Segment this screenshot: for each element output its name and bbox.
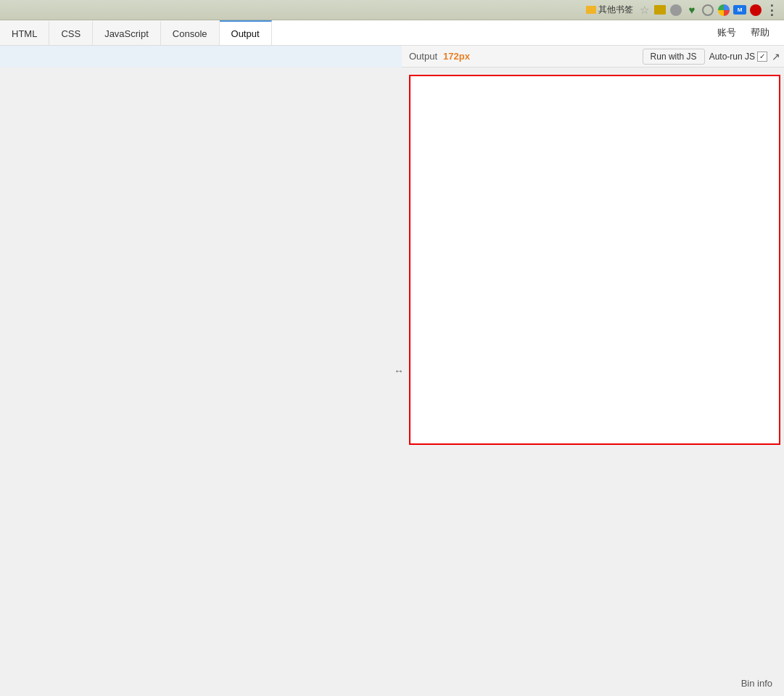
help-link[interactable]: 帮助 [745,23,775,42]
editor-panel: ↔ [0,46,402,696]
more-menu-icon[interactable]: ⋮ [765,4,778,17]
output-actions: Run with JS Auto-run JS ✓ ↗ [643,49,780,65]
tab-javascript[interactable]: JavaScript [93,20,161,45]
output-frame [402,67,784,696]
tab-html[interactable]: HTML [0,20,49,45]
other-bookmarks[interactable]: 其他书签 [586,4,633,16]
bin-info-text: Bin info [741,678,772,689]
resize-handle[interactable]: ↔ [396,46,402,696]
expand-icon[interactable]: ↗ [772,51,780,62]
run-with-js-button[interactable]: Run with JS [643,49,705,65]
editor-area[interactable] [0,67,402,696]
resize-handle-icon: ↔ [394,365,402,377]
autorun-text: Auto-run JS [709,52,755,62]
browser-icons: ☆ ♥ M ⋮ [637,4,778,17]
browser-icon-5[interactable] [701,4,714,17]
output-size: 172px [443,51,470,62]
other-bookmarks-label: 其他书签 [598,4,633,16]
bin-info-bar[interactable]: Bin info [730,671,784,696]
maps-icon[interactable] [717,4,730,17]
heart-icon[interactable]: ♥ [685,4,698,17]
toolbar-right: 账号 帮助 [711,20,784,45]
browser-icon-2[interactable] [653,4,667,17]
output-box [409,75,780,445]
main-content: ↔ Output 172px Run with JS Auto-run JS ✓… [0,46,784,696]
tab-css[interactable]: CSS [49,20,93,45]
red-circle-icon[interactable] [749,4,762,17]
toolbar: HTML CSS JavaScript Console Output 账号 帮助 [0,20,784,46]
autorun-checkbox[interactable]: ✓ [757,52,767,62]
mail-icon[interactable]: M [733,4,746,17]
output-title: Output [409,51,437,62]
tab-console[interactable]: Console [161,20,220,45]
tab-output[interactable]: Output [220,20,272,45]
autorun-label[interactable]: Auto-run JS ✓ [709,52,767,62]
star-icon[interactable]: ☆ [637,4,651,17]
output-header: Output 172px Run with JS Auto-run JS ✓ ↗ [402,46,784,67]
output-label-bar [0,46,402,67]
browser-bar: 其他书签 ☆ ♥ M ⋮ [0,0,784,20]
bookmark-folder-icon [586,6,596,14]
account-link[interactable]: 账号 [711,23,742,42]
output-panel: Output 172px Run with JS Auto-run JS ✓ ↗ [402,46,784,696]
browser-icon-3[interactable] [669,4,682,17]
